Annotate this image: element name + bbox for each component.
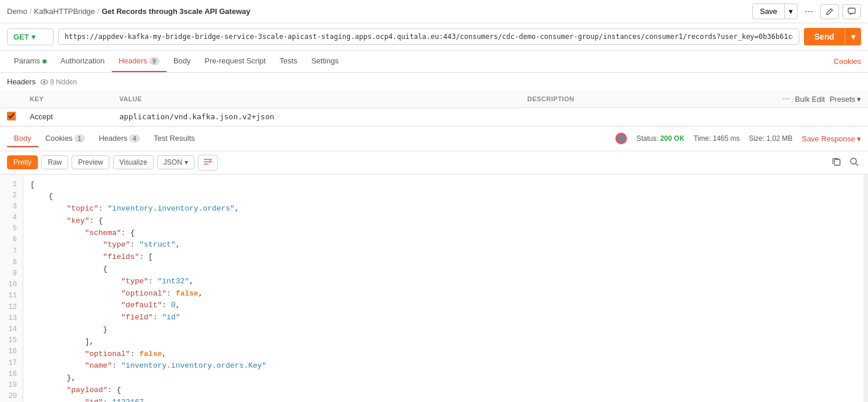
save-response-button[interactable]: Save Response ▾ bbox=[802, 134, 861, 143]
tab-params-label: Params bbox=[14, 56, 40, 65]
tab-params[interactable]: Params bbox=[7, 51, 54, 72]
row-checkbox-cell[interactable] bbox=[0, 108, 23, 126]
scrollbar[interactable] bbox=[863, 175, 868, 403]
breadcrumb-kafka[interactable]: KafkaHTTPBridge bbox=[34, 7, 95, 16]
line-num-15: 15 bbox=[0, 335, 23, 346]
line-num-1: 1 bbox=[0, 179, 23, 190]
tab-pre-request[interactable]: Pre-request Script bbox=[198, 51, 273, 72]
send-button[interactable]: Send ▾ bbox=[804, 28, 861, 45]
response-status: 🌐 Status: 200 OK Time: 1465 ms Size: 1.0… bbox=[615, 133, 861, 144]
time-value: 1465 ms bbox=[713, 134, 739, 143]
view-pretty-button[interactable]: Pretty bbox=[7, 155, 38, 169]
tab-settings[interactable]: Settings bbox=[304, 51, 346, 72]
send-arrow-icon[interactable]: ▾ bbox=[845, 28, 861, 45]
headers-table: KEY VALUE DESCRIPTION ··· Bulk Edit Pres… bbox=[0, 91, 868, 126]
tab-headers[interactable]: Headers9 bbox=[112, 51, 166, 72]
copy-button[interactable] bbox=[830, 155, 844, 170]
search-button[interactable] bbox=[847, 155, 861, 170]
tab-body[interactable]: Body bbox=[166, 51, 198, 72]
code-line-5: "schema": { bbox=[30, 227, 856, 240]
pencil-icon bbox=[826, 8, 834, 16]
breadcrumb-demo[interactable]: Demo bbox=[7, 7, 27, 16]
method-label: GET bbox=[13, 33, 29, 41]
code-line-2: { bbox=[30, 191, 856, 203]
breadcrumb-sep1: / bbox=[30, 7, 32, 16]
status-value: 200 OK bbox=[660, 134, 684, 143]
view-preview-button[interactable]: Preview bbox=[72, 155, 109, 169]
params-dot bbox=[42, 59, 47, 63]
tab-authorization[interactable]: Authorization bbox=[54, 51, 112, 72]
tab-body-label: Body bbox=[173, 56, 191, 65]
resp-body-label: Body bbox=[14, 134, 31, 143]
hidden-count: 8 hidden bbox=[50, 78, 77, 86]
resp-cookies-label: Cookies bbox=[45, 134, 73, 143]
row-desc-cell[interactable] bbox=[520, 108, 868, 126]
code-line-15: "optional": false, bbox=[30, 348, 856, 361]
code-line-16: "name": "inventory.inventory.orders.Key" bbox=[30, 360, 856, 372]
more-button[interactable]: ··· bbox=[801, 3, 817, 20]
code-toolbar: Pretty Raw Preview Visualize JSON ▾ bbox=[0, 151, 868, 175]
resp-tab-body[interactable]: Body bbox=[7, 130, 38, 147]
line-num-14: 14 bbox=[0, 324, 23, 335]
top-bar: Demo / KafkaHTTPBridge / Get Records thr… bbox=[0, 0, 868, 23]
code-line-19: "id": 1122167 bbox=[30, 397, 856, 402]
code-line-12: "field": "id" bbox=[30, 312, 856, 324]
line-num-10: 10 bbox=[0, 279, 23, 290]
line-num-4: 4 bbox=[0, 212, 23, 223]
headers-section-label: Headers bbox=[7, 77, 36, 86]
method-select[interactable]: GET ▾ bbox=[7, 29, 54, 45]
line-num-16: 16 bbox=[0, 346, 23, 357]
code-line-18: "payload": { bbox=[30, 385, 856, 397]
edit-icon-button[interactable] bbox=[820, 4, 839, 19]
line-num-13: 13 bbox=[0, 313, 23, 324]
tab-prerequest-label: Pre-request Script bbox=[205, 56, 266, 65]
tab-auth-label: Authorization bbox=[61, 56, 105, 65]
view-visualize-button[interactable]: Visualize bbox=[113, 155, 154, 169]
code-line-11: "default": 0, bbox=[30, 300, 856, 312]
col-description: DESCRIPTION ··· Bulk Edit Presets ▾ bbox=[520, 91, 868, 108]
url-input[interactable] bbox=[58, 29, 799, 45]
bulk-edit-button[interactable]: Bulk Edit bbox=[795, 95, 825, 104]
row-key-cell[interactable]: Accept bbox=[23, 108, 112, 126]
headers-title-row: Headers 8 hidden bbox=[0, 73, 868, 91]
code-content: [ { "topic": "inventory.inventory.orders… bbox=[23, 175, 863, 403]
tab-headers-label: Headers bbox=[119, 56, 147, 65]
format-label: JSON bbox=[164, 158, 182, 166]
code-line-1: [ bbox=[30, 179, 856, 191]
line-num-8: 8 bbox=[0, 257, 23, 268]
col-more-icon[interactable]: ··· bbox=[782, 94, 790, 104]
format-select[interactable]: JSON ▾ bbox=[157, 155, 194, 169]
presets-arrow-icon: ▾ bbox=[857, 95, 861, 104]
code-area: 1 2 3 4 5 6 7 8 9 10 11 12 13 14 15 16 1… bbox=[0, 175, 868, 403]
row-value-cell[interactable]: application/vnd.kafka.json.v2+json bbox=[112, 108, 520, 126]
comment-icon-button[interactable] bbox=[842, 4, 861, 19]
size-value: 1.02 MB bbox=[767, 134, 793, 143]
code-line-10: "optional": false, bbox=[30, 288, 856, 300]
line-num-5: 5 bbox=[0, 223, 23, 234]
save-arrow-icon[interactable]: ▾ bbox=[785, 4, 797, 19]
save-response-label: Save Response bbox=[802, 134, 855, 143]
resp-tab-test-results[interactable]: Test Results bbox=[147, 130, 202, 147]
row-checkbox[interactable] bbox=[7, 112, 16, 120]
top-bar-actions: Save ▾ ··· bbox=[752, 3, 861, 20]
tab-tests[interactable]: Tests bbox=[272, 51, 304, 72]
presets-button[interactable]: Presets ▾ bbox=[830, 95, 861, 104]
line-numbers: 1 2 3 4 5 6 7 8 9 10 11 12 13 14 15 16 1… bbox=[0, 175, 23, 403]
cookies-count-badge: 1 bbox=[75, 134, 85, 143]
svg-rect-0 bbox=[848, 8, 855, 13]
eye-icon bbox=[40, 79, 48, 85]
resp-tab-headers[interactable]: Headers4 bbox=[92, 130, 147, 147]
view-raw-button[interactable]: Raw bbox=[41, 155, 68, 169]
breadcrumb-current: Get Records through 3scale API Gateway bbox=[102, 7, 250, 16]
resp-headers-label: Headers bbox=[99, 134, 127, 143]
code-line-8: { bbox=[30, 264, 856, 276]
cookies-link[interactable]: Cookies bbox=[834, 57, 861, 66]
code-line-17: }, bbox=[30, 372, 856, 385]
line-num-9: 9 bbox=[0, 268, 23, 279]
col-checkbox bbox=[0, 91, 23, 108]
svg-point-7 bbox=[851, 158, 856, 164]
wrap-button[interactable] bbox=[198, 155, 218, 170]
save-button[interactable]: Save ▾ bbox=[752, 3, 798, 19]
resp-tab-cookies[interactable]: Cookies1 bbox=[38, 130, 92, 147]
line-num-6: 6 bbox=[0, 234, 23, 246]
